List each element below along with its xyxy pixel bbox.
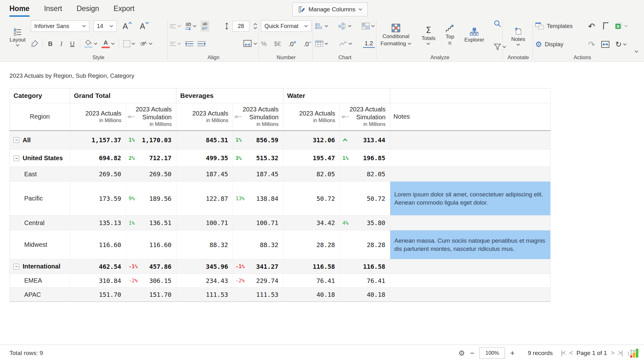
category-cell[interactable]: −United States — [10, 149, 70, 167]
collapse-icon[interactable]: − — [14, 137, 19, 143]
filter-button[interactable] — [494, 43, 506, 50]
redo-button[interactable]: ↷ — [588, 40, 595, 49]
zoom-level-input[interactable]: 100% — [479, 347, 505, 359]
value-cell[interactable]: 345.96 — [176, 259, 233, 274]
first-page-button[interactable]: |< — [561, 349, 566, 357]
panel-chart-button[interactable] — [362, 23, 375, 30]
notes-cell[interactable]: Lorem ipsum dolor sit amet, consectetuer… — [390, 182, 551, 216]
explorer-button[interactable]: Explorer — [463, 19, 486, 52]
category-cell[interactable]: East — [10, 167, 70, 182]
simulation-cell[interactable]: -2%306.15 — [126, 274, 176, 288]
collapse-icon[interactable]: − — [14, 264, 19, 269]
row-height-stepper[interactable] — [253, 23, 257, 29]
bar-chart-button[interactable] — [315, 23, 328, 30]
value-cell[interactable]: 173.59 — [70, 182, 126, 216]
simulation-cell[interactable]: 313.44 — [340, 131, 390, 149]
measure-simulation-header[interactable]: 2023 Actuals Simulation in Millions — [340, 103, 390, 131]
measure-simulation-header[interactable]: 2023 Actuals Simulation in Millions — [126, 103, 176, 131]
increase-decimal-button[interactable]: .0+ — [288, 40, 296, 48]
value-cell[interactable]: 76.41 — [283, 274, 340, 288]
simulation-cell[interactable]: 151.70 — [126, 288, 176, 302]
value-cell[interactable]: 111.53 — [176, 288, 233, 302]
value-cell[interactable]: 312.06 — [283, 131, 340, 149]
resize-button[interactable] — [601, 22, 609, 30]
value-cell[interactable]: 100.71 — [176, 216, 233, 230]
hide-values-button[interactable] — [139, 41, 153, 47]
font-name-select[interactable]: Inforiver Sans — [31, 20, 89, 32]
category-cell[interactable]: −All — [10, 131, 70, 149]
simulation-cell[interactable]: 2%712.17 — [126, 149, 176, 167]
value-cell[interactable]: 151.70 — [70, 288, 126, 302]
display-button[interactable]: ⚙ Display — [535, 41, 582, 48]
value-cell[interactable]: 462.54 — [70, 259, 126, 274]
fit-width-button[interactable] — [601, 41, 610, 48]
next-page-button[interactable]: > — [611, 349, 614, 357]
format-painter-button[interactable] — [31, 40, 38, 48]
font-size-select[interactable]: 14 — [93, 20, 117, 32]
templates-button[interactable]: Templates — [535, 22, 582, 30]
undo-button[interactable]: ↶ — [588, 22, 595, 31]
zoom-in-button[interactable]: + — [510, 349, 514, 357]
value-cell[interactable]: 694.82 — [70, 149, 126, 167]
simulation-cell[interactable]: 1%1,170.03 — [126, 131, 176, 149]
category-cell[interactable]: Central — [10, 216, 70, 230]
tab-export[interactable]: Export — [114, 4, 134, 15]
horizontal-align-button[interactable] — [170, 42, 181, 46]
value-cell[interactable]: 28.28 — [283, 230, 340, 259]
value-cell[interactable]: 234.43 — [176, 274, 233, 288]
value-cell[interactable]: 40.18 — [283, 288, 340, 302]
category-cell[interactable]: Midwest — [10, 230, 70, 259]
simulation-cell[interactable]: 3%515.32 — [233, 149, 283, 167]
simulation-cell[interactable]: 1%136.51 — [126, 216, 176, 230]
column-group-water[interactable]: Water — [283, 88, 390, 103]
search-button[interactable] — [494, 20, 506, 28]
notes-button[interactable]: Notes — [505, 19, 531, 54]
notes-cell[interactable]: Aenean massa. Cum sociis natoque penatib… — [390, 230, 551, 259]
simulation-cell[interactable]: -1%457.86 — [126, 259, 176, 274]
percent-format-button[interactable]: % — [261, 40, 267, 48]
collapse-ribbon-icon[interactable] — [635, 50, 638, 53]
category-cell[interactable]: EMEA — [10, 274, 70, 288]
simulation-cell[interactable]: 1%196.85 — [340, 149, 390, 167]
value-cell[interactable]: 116.58 — [283, 259, 340, 274]
manage-columns-button[interactable]: Manage Columns — [292, 3, 368, 16]
fill-color-button[interactable] — [84, 40, 97, 48]
simulation-cell[interactable]: 187.45 — [233, 167, 283, 182]
simulation-cell[interactable]: 100.71 — [233, 216, 283, 230]
simulation-cell[interactable]: 116.58 — [340, 259, 390, 274]
notes-cell[interactable] — [390, 131, 551, 149]
value-cell[interactable]: 310.84 — [70, 274, 126, 288]
measure-actuals-header[interactable]: 2023 Actuals in Millions — [70, 103, 126, 131]
number-precision-button[interactable]: 1.2 — [363, 40, 375, 48]
measure-actuals-header[interactable]: 2023 Actuals in Millions — [283, 103, 340, 131]
bold-button[interactable]: B — [47, 40, 54, 48]
notes-cell[interactable] — [390, 149, 551, 167]
simulation-cell[interactable]: 1%856.59 — [233, 131, 283, 149]
column-group-beverages[interactable]: Beverages — [176, 88, 283, 103]
category-cell[interactable]: −International — [10, 259, 70, 274]
simulation-cell[interactable]: 111.53 — [233, 288, 283, 302]
category-cell[interactable]: APAC — [10, 288, 70, 302]
notes-cell[interactable] — [390, 288, 551, 302]
notes-cell[interactable] — [390, 216, 551, 230]
value-cell[interactable]: 116.60 — [70, 230, 126, 259]
zoom-out-button[interactable]: − — [470, 349, 474, 357]
row-height-input[interactable]: 28 — [232, 21, 249, 31]
value-cell[interactable]: 845.31 — [176, 131, 233, 149]
combo-chart-button[interactable] — [338, 23, 352, 30]
tab-design[interactable]: Design — [76, 4, 99, 15]
quick-format-select[interactable]: Quick Format — [261, 20, 311, 32]
value-cell[interactable]: 50.72 — [283, 182, 340, 216]
decrease-decimal-button[interactable]: .0− — [303, 40, 311, 48]
region-header[interactable]: Region — [10, 103, 70, 131]
value-cell[interactable]: 122.87 — [176, 182, 233, 216]
simulation-cell[interactable]: 13%138.84 — [233, 182, 283, 216]
underline-button[interactable]: U — [69, 40, 76, 48]
last-page-button[interactable]: >| — [618, 349, 623, 357]
conditional-formatting-button[interactable]: Conditional Formatting — [379, 19, 413, 52]
column-group-grand-total[interactable]: Grand Total — [70, 88, 176, 103]
value-cell[interactable]: 34.42 — [283, 216, 340, 230]
value-cell[interactable]: 82.05 — [283, 167, 340, 182]
font-color-button[interactable]: A — [102, 40, 115, 48]
category-cell[interactable]: Pacific — [10, 182, 70, 216]
